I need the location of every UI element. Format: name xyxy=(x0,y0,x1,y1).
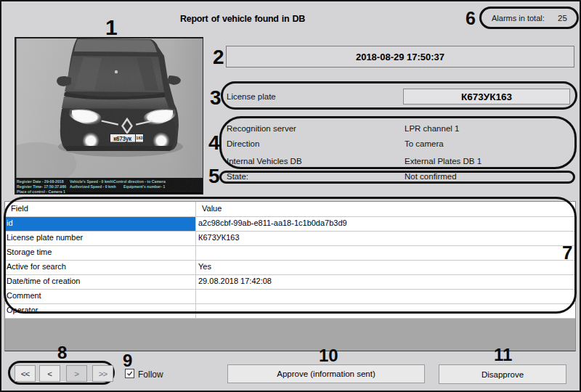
svg-text:Authorized Speed - 0 kmh: Authorized Speed - 0 kmh xyxy=(70,184,116,189)
svg-text:Register Time- 17:50:37.986: Register Time- 17:50:37.986 xyxy=(17,184,66,189)
svg-text:Place of control - Camera 1: Place of control - Camera 1 xyxy=(17,189,65,194)
svg-text:Equipment's number- 1: Equipment's number- 1 xyxy=(123,184,166,189)
svg-text:Register Date - 29-08-2018: Register Date - 29-08-2018 xyxy=(17,179,64,184)
svg-text:Vehicle's Speed - 0 kmh\Contro: Vehicle's Speed - 0 kmh\Control directio… xyxy=(70,179,166,184)
